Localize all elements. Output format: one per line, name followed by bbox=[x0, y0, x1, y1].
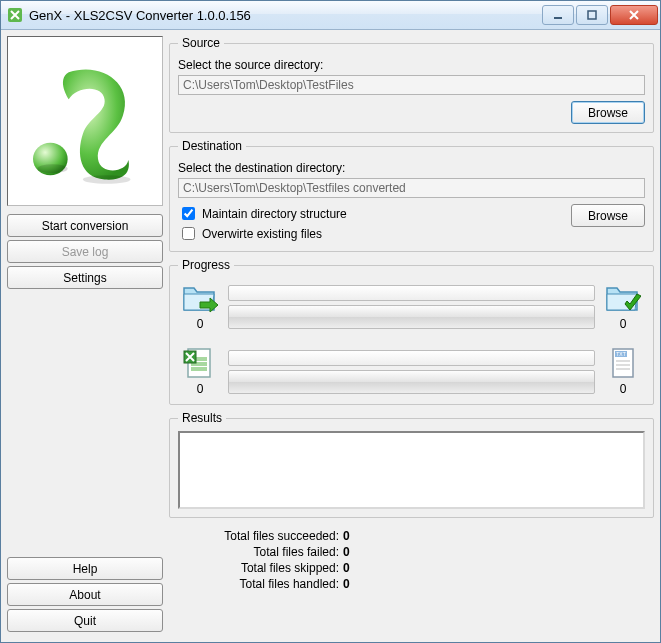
total-failed-row: Total files failed: 0 bbox=[199, 544, 654, 560]
help-button[interactable]: Help bbox=[7, 557, 163, 580]
overwrite-checkbox[interactable] bbox=[182, 227, 195, 240]
source-legend: Source bbox=[178, 36, 224, 50]
left-bottom-buttons: Help About Quit bbox=[7, 557, 163, 632]
right-panel: Source Select the source directory: Brow… bbox=[169, 36, 654, 636]
svg-point-4 bbox=[37, 164, 67, 173]
total-succeeded-value: 0 bbox=[343, 528, 350, 544]
svg-text:TXT: TXT bbox=[616, 351, 625, 357]
source-browse-button[interactable]: Browse bbox=[571, 101, 645, 124]
titlebar: GenX - XLS2CSV Converter 1.0.0.156 bbox=[1, 1, 660, 30]
total-failed-value: 0 bbox=[343, 544, 350, 560]
total-skipped-value: 0 bbox=[343, 560, 350, 576]
overwrite-label: Overwirte existing files bbox=[202, 227, 322, 241]
source-label: Select the source directory: bbox=[178, 58, 645, 72]
progress-row-folders: 0 bbox=[180, 282, 643, 331]
total-succeeded-label: Total files succeeded: bbox=[199, 528, 339, 544]
window-body: Start conversion Save log Settings Help … bbox=[1, 30, 660, 642]
total-handled-row: Total files handled: 0 bbox=[199, 576, 654, 592]
progress-output-file: TXT 0 bbox=[603, 347, 643, 396]
total-skipped-label: Total files skipped: bbox=[199, 560, 339, 576]
progress-output-folder: 0 bbox=[603, 282, 643, 331]
destination-group: Destination Select the destination direc… bbox=[169, 139, 654, 252]
progress-bar-file-thin bbox=[228, 350, 595, 366]
left-panel: Start conversion Save log Settings Help … bbox=[7, 36, 163, 636]
destination-browse-button[interactable]: Browse bbox=[571, 204, 645, 227]
progress-legend: Progress bbox=[178, 258, 234, 272]
window-controls bbox=[542, 5, 658, 25]
close-button[interactable] bbox=[610, 5, 658, 25]
total-skipped-row: Total files skipped: 0 bbox=[199, 560, 654, 576]
settings-button[interactable]: Settings bbox=[7, 266, 163, 289]
total-handled-value: 0 bbox=[343, 576, 350, 592]
xls-file-icon bbox=[182, 347, 218, 379]
overwrite-option[interactable]: Overwirte existing files bbox=[178, 224, 571, 243]
window-title: GenX - XLS2CSV Converter 1.0.0.156 bbox=[29, 8, 542, 23]
app-icon bbox=[7, 7, 23, 23]
results-group: Results bbox=[169, 411, 654, 518]
totals: Total files succeeded: 0 Total files fai… bbox=[199, 528, 654, 592]
logo-box bbox=[7, 36, 163, 206]
folder-right-arrow-icon bbox=[182, 282, 218, 314]
results-legend: Results bbox=[178, 411, 226, 425]
svg-point-5 bbox=[83, 175, 131, 184]
maintain-structure-label: Maintain directory structure bbox=[202, 207, 347, 221]
quit-button[interactable]: Quit bbox=[7, 609, 163, 632]
app-window: GenX - XLS2CSV Converter 1.0.0.156 bbox=[0, 0, 661, 643]
destination-legend: Destination bbox=[178, 139, 246, 153]
maintain-structure-option[interactable]: Maintain directory structure bbox=[178, 204, 571, 223]
left-action-buttons: Start conversion Save log Settings bbox=[7, 214, 163, 289]
about-button[interactable]: About bbox=[7, 583, 163, 606]
total-succeeded-row: Total files succeeded: 0 bbox=[199, 528, 654, 544]
progress-bar-folder-thin bbox=[228, 285, 595, 301]
destination-label: Select the destination directory: bbox=[178, 161, 645, 175]
progress-output-file-count: 0 bbox=[620, 382, 627, 396]
progress-input-folder-count: 0 bbox=[197, 317, 204, 331]
app-logo-icon bbox=[20, 56, 150, 186]
maintain-structure-checkbox[interactable] bbox=[182, 207, 195, 220]
start-conversion-button[interactable]: Start conversion bbox=[7, 214, 163, 237]
progress-input-folder: 0 bbox=[180, 282, 220, 331]
total-handled-label: Total files handled: bbox=[199, 576, 339, 592]
txt-file-icon: TXT bbox=[605, 347, 641, 379]
source-path-input[interactable] bbox=[178, 75, 645, 95]
destination-path-input[interactable] bbox=[178, 178, 645, 198]
maximize-button[interactable] bbox=[576, 5, 608, 25]
destination-options: Maintain directory structure Overwirte e… bbox=[178, 204, 571, 243]
progress-row-files: 0 TXT bbox=[180, 347, 643, 396]
progress-output-folder-count: 0 bbox=[620, 317, 627, 331]
svg-rect-9 bbox=[191, 367, 207, 371]
svg-rect-2 bbox=[588, 11, 596, 19]
total-failed-label: Total files failed: bbox=[199, 544, 339, 560]
progress-file-bars bbox=[228, 350, 595, 394]
results-textarea[interactable] bbox=[178, 431, 645, 509]
progress-folder-bars bbox=[228, 285, 595, 329]
progress-input-file-count: 0 bbox=[197, 382, 204, 396]
source-group: Source Select the source directory: Brow… bbox=[169, 36, 654, 133]
minimize-button[interactable] bbox=[542, 5, 574, 25]
progress-bar-folder bbox=[228, 305, 595, 329]
save-log-button[interactable]: Save log bbox=[7, 240, 163, 263]
progress-group: Progress 0 bbox=[169, 258, 654, 405]
progress-input-file: 0 bbox=[180, 347, 220, 396]
folder-check-icon bbox=[605, 282, 641, 314]
progress-bar-file bbox=[228, 370, 595, 394]
